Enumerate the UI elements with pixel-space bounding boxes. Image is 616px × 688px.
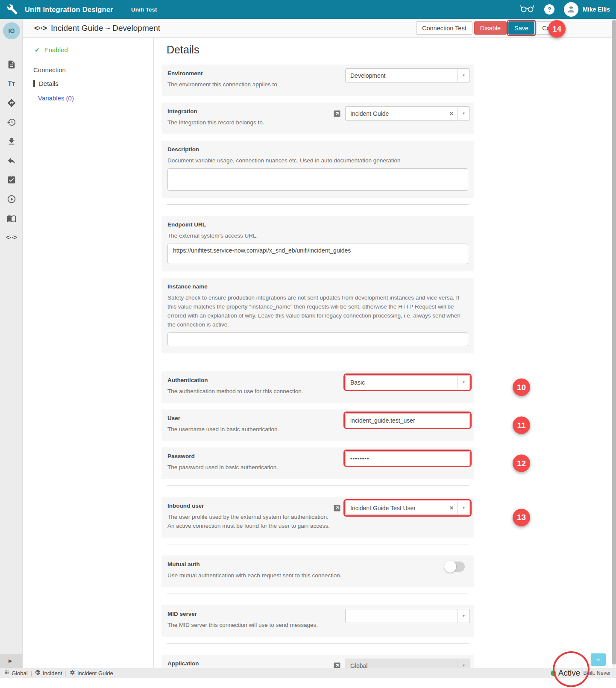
nav-item-variables-0[interactable]: Variables (0) [33,94,153,102]
connection-code-icon: <··> [34,24,47,33]
chevron-right-icon: ▶ [9,658,12,664]
annotation-step-badge: 12 [513,455,530,472]
chevron-down-icon[interactable]: ▼ [458,107,469,120]
clear-icon[interactable]: ✕ [446,111,458,117]
globe-icon [35,670,41,676]
unifi-integration-designer-window: Unifi Integration Designer Unifi Test ? … [0,0,616,688]
collapse-panel-button[interactable]: ▶ [0,654,23,668]
field-description: The username used in basic authenticatio… [167,425,347,434]
annotation-step-badge: 10 [513,379,530,396]
inbound-user-reference-input[interactable]: Incident Guide Test User ✕ ▼ [345,501,470,515]
app-title: Unifi Integration Designer [25,6,113,14]
chevron-down-icon: ▼ [458,659,469,668]
field-description: The user profile used by the external sy… [167,512,347,521]
field-label: Description [167,146,468,153]
open-record-icon[interactable] [333,662,341,668]
history-icon[interactable] [0,112,23,132]
chevron-up-icon [595,656,602,664]
field-mutual-auth: Mutual auth Use mutual authentication wi… [161,556,474,587]
environment-select[interactable]: Development ▼ [345,68,470,82]
field-label: Mutual auth [167,561,468,567]
field-instance-name: Instance name Safety check to ensure pro… [161,278,474,353]
details-form-panel: Details Environment The environment this… [154,38,612,668]
connection-test-button[interactable]: Connection Test [416,21,472,35]
password-input[interactable]: •••••••• [345,451,470,465]
instance-name-label: Unifi Test [131,6,157,13]
help-icon[interactable]: ? [544,4,554,15]
field-description: Use mutual authentication with each requ… [167,571,347,580]
section-divider [167,544,469,544]
preview-glasses-icon[interactable] [519,4,535,15]
authentication-select[interactable]: Basic ▼ [345,375,470,389]
section-divider [167,360,469,360]
breadcrumb-global[interactable]: Global [4,670,28,676]
field-integration: Integration The integration this record … [161,103,474,134]
chevron-down-icon[interactable]: ▼ [458,69,469,82]
record-toolbar: <··> Incident Guide ~ Development Connec… [23,19,612,38]
scroll-to-top-button[interactable] [591,653,606,666]
crumb-separator: | [31,670,32,676]
disable-button[interactable]: Disable [474,21,507,35]
code-icon[interactable]: <··> [0,228,23,247]
annotation-step-badge: 11 [513,417,530,434]
breadcrumb-incident-guide[interactable]: Incident Guide [70,670,113,676]
clear-icon[interactable]: ✕ [446,505,458,511]
directions-icon[interactable] [0,93,23,112]
annotation-step-badge: 14 [548,20,566,38]
page-title: Details [167,44,612,56]
field-password: Password The password used in basic auth… [161,447,474,479]
endpoint-url-input[interactable]: https://unifitest.service-now.com/api/x_… [167,244,468,264]
open-record-icon[interactable] [333,109,341,118]
grid-icon [4,670,9,676]
documentation-icon[interactable] [0,209,23,228]
field-description: Document variable usage, connection nuan… [167,156,468,165]
chevron-down-icon[interactable]: ▼ [458,376,469,389]
user-input[interactable]: incident_guide.test_user [345,413,470,427]
breadcrumb-incident[interactable]: Incident [35,670,62,676]
nav-section-connection: Connection [33,66,153,74]
crumb-separator: | [65,670,67,676]
open-record-icon[interactable] [333,504,341,512]
user-avatar[interactable] [564,2,578,17]
active-status-dot [551,670,556,676]
gear-icon [70,670,75,676]
status-bar: Global| Incident| Incident Guide Active … [0,668,616,678]
field-description: The password used in basic authenticatio… [167,463,347,472]
mid-server-select[interactable]: ▼ [345,609,470,623]
field-environment: Environment The environment this connect… [161,65,474,96]
field-description: The integration this record belongs to. [167,118,347,127]
field-description: An active connection must be found for t… [167,521,347,530]
vertical-scrollbar[interactable] [612,19,616,668]
mutual-auth-toggle[interactable] [445,562,465,572]
section-divider [167,594,469,594]
record-title: <··> Incident Guide ~ Development [34,19,160,38]
description-input[interactable] [167,168,468,191]
section-divider [167,204,469,205]
field-description: Safety check to ensure production integr… [167,293,468,329]
scrollbar-thumb[interactable] [612,20,616,664]
wrench-logo-icon[interactable] [7,4,18,15]
reply-icon[interactable] [0,151,23,170]
text-format-icon[interactable]: TT [0,74,23,93]
enabled-status: ✔ Enabled [35,46,153,53]
download-icon[interactable] [0,132,23,151]
active-status-label: Active [558,668,581,678]
instance-name-input[interactable] [167,332,468,346]
chevron-down-icon[interactable]: ▼ [458,501,469,515]
annotation-step-badge: 13 [513,509,530,526]
save-button[interactable]: Save [508,21,534,35]
play-circle-icon[interactable] [0,189,23,209]
field-label: Instance name [167,283,468,290]
integration-reference-input[interactable]: Incident Guide ✕ ▼ [345,106,470,121]
check-icon: ✔ [35,47,40,53]
enabled-status-label: Enabled [44,46,68,53]
chevron-down-icon[interactable]: ▼ [458,609,469,623]
field-description: The external system's access URL. [167,231,468,240]
record-avatar[interactable]: IG [3,22,20,39]
tasks-icon[interactable] [0,170,23,189]
nav-item-details[interactable]: Details [33,80,153,87]
document-icon[interactable] [0,55,23,74]
field-user: User The username used in basic authenti… [161,409,474,441]
field-authentication: Authentication The authentication method… [161,371,474,403]
field-description: The environment this connection applies … [167,80,347,89]
